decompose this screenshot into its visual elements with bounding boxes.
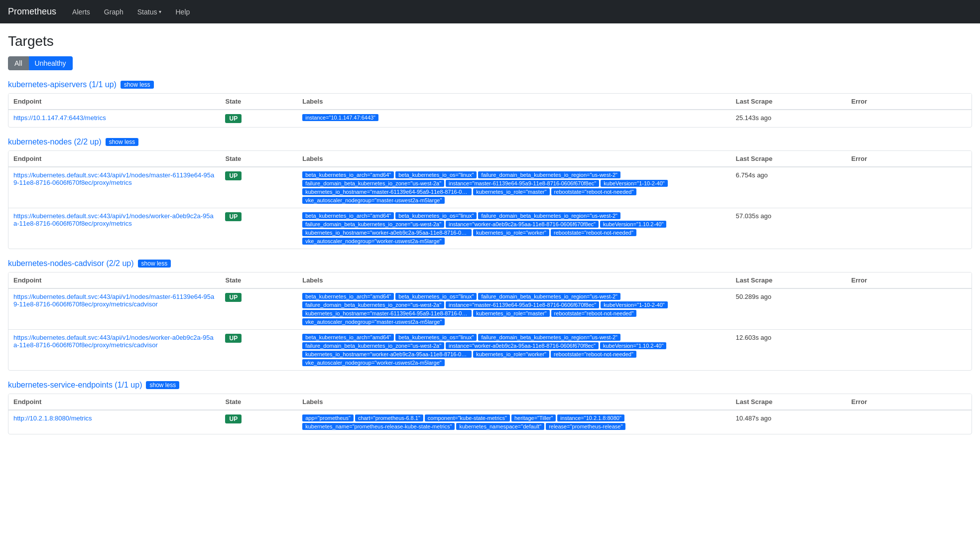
error-cell [847,410,972,434]
table-row: https://kubernetes.default.svc:443/api/v… [8,288,972,330]
section-header-kubernetes-nodes: kubernetes-nodes (2/2 up)show less [8,137,972,146]
label-tag: failure_domain_beta_kubernetes_io_region… [478,334,620,341]
label-tag: vke_autoscaler_nodegroup="worker-uswest2… [302,359,445,366]
col-header-endpoint: Endpoint [8,151,220,167]
label-tag: rebootstate="reboot-not-needed" [551,188,637,195]
label-tag: kubeVersion="1.10.2-40" [600,342,666,349]
col-header-endpoint: Endpoint [8,394,220,410]
show-less-button-kubernetes-nodes-cadvisor[interactable]: show less [138,260,171,268]
endpoint-link[interactable]: https://kubernetes.default.svc:443/api/v… [13,293,214,308]
section-header-kubernetes-nodes-cadvisor: kubernetes-nodes-cadvisor (2/2 up)show l… [8,259,972,268]
label-tag: component="kube-state-metrics" [425,414,510,421]
col-header-state: State [220,94,297,110]
last-scrape: 50.289s ago [731,288,846,330]
col-header-labels: Labels [297,273,731,288]
show-less-button-kubernetes-service-endpoints[interactable]: show less [146,381,179,389]
nav-items: Alerts Graph Status ▾ Help [66,4,196,20]
endpoint-link[interactable]: https://kubernetes.default.svc:443/api/v… [13,171,214,186]
label-tag: failure_domain_beta_kubernetes_io_zone="… [302,221,444,228]
last-scrape: 10.487s ago [731,410,846,434]
label-tag: vke_autoscaler_nodegroup="master-uswest2… [302,318,445,325]
label-tag: rebootstate="reboot-not-needed" [551,351,636,358]
label-tag: failure_domain_beta_kubernetes_io_region… [478,212,620,219]
show-less-button-kubernetes-nodes[interactable]: show less [106,138,139,146]
col-header-last-scrape: Last Scrape [731,273,846,288]
section-header-kubernetes-apiservers: kubernetes-apiservers (1/1 up)show less [8,80,972,89]
table-kubernetes-nodes: EndpointStateLabelsLast ScrapeErrorhttps… [8,151,972,249]
col-header-endpoint: Endpoint [8,273,220,288]
endpoint-link[interactable]: https://kubernetes.default.svc:443/api/v… [13,212,214,227]
filter-all-button[interactable]: All [8,56,29,70]
col-header-error: Error [847,151,972,167]
sections-container: kubernetes-apiservers (1/1 up)show lessE… [8,80,972,434]
main-content: Targets All Unhealthy kubernetes-apiserv… [0,23,980,444]
last-scrape: 12.603s ago [731,330,846,371]
table-row: https://kubernetes.default.svc:443/api/v… [8,330,972,371]
label-tag: beta_kubernetes_io_os="linux" [395,171,477,178]
label-tag: instance="10.2.1.8:8080" [557,414,624,421]
col-header-last-scrape: Last Scrape [731,394,846,410]
nav-alerts[interactable]: Alerts [66,4,96,20]
state-badge: UP [225,212,242,221]
filter-unhealthy-button[interactable]: Unhealthy [29,56,73,70]
section-title-kubernetes-nodes: kubernetes-nodes (2/2 up) [8,137,102,146]
col-header-state: State [220,273,297,288]
label-tag: kubeVersion="1-10-2-40" [601,301,667,308]
label-tag: beta_kubernetes_io_arch="amd64" [302,171,394,178]
label-tag: kubernetes_io_hostname="master-61139e64-… [302,188,472,195]
col-header-error: Error [847,273,972,288]
label-tag: failure_domain_beta_kubernetes_io_region… [478,171,620,178]
col-header-error: Error [847,394,972,410]
label-tag: instance="worker-a0eb9c2a-95aa-11e8-8716… [446,221,599,228]
label-tag: release="prometheus-release" [546,423,625,430]
label-tag: kubernetes_io_hostname="worker-a0eb9c2a-… [302,229,472,236]
col-header-labels: Labels [297,151,731,167]
labels-container: beta_kubernetes_io_arch="amd64"beta_kube… [302,171,726,204]
last-scrape: 25.143s ago [731,110,846,127]
page-title: Targets [8,33,972,49]
label-tag: failure_domain_beta_kubernetes_io_zone="… [302,301,444,308]
label-tag: instance="master-61139e64-95a9-11e8-8716… [446,301,599,308]
labels-container: instance="10.1.147.47:6443" [302,114,726,121]
last-scrape: 57.035s ago [731,208,846,249]
navbar-brand[interactable]: Prometheus [8,6,56,17]
col-header-state: State [220,394,297,410]
label-tag: kubernetes_io_hostname="master-61139e64-… [302,310,472,317]
label-tag: failure_domain_beta_kubernetes_io_zone="… [302,180,444,187]
label-tag: beta_kubernetes_io_arch="amd64" [302,334,394,341]
table-wrapper-kubernetes-service-endpoints: EndpointStateLabelsLast ScrapeErrorhttp:… [8,394,972,434]
col-header-state: State [220,151,297,167]
label-tag: instance="master-61139e64-95a9-11e8-8716… [446,180,599,187]
labels-container: beta_kubernetes_io_arch="amd64"beta_kube… [302,212,726,245]
endpoint-link[interactable]: https://10.1.147.47:6443/metrics [13,114,106,122]
section-title-kubernetes-nodes-cadvisor: kubernetes-nodes-cadvisor (2/2 up) [8,259,134,268]
state-badge: UP [225,293,242,302]
label-tag: failure_domain_beta_kubernetes_io_region… [478,293,620,300]
nav-graph[interactable]: Graph [98,4,129,20]
table-row: https://kubernetes.default.svc:443/api/v… [8,208,972,249]
col-header-last-scrape: Last Scrape [731,151,846,167]
state-badge: UP [225,334,242,343]
show-less-button-kubernetes-apiservers[interactable]: show less [121,81,154,89]
label-tag: kubeVersion="1-10-2-40" [601,180,667,187]
label-tag: vke_autoscaler_nodegroup="worker-uswest2… [302,238,445,245]
error-cell [847,288,972,330]
error-cell [847,167,972,208]
col-header-labels: Labels [297,394,731,410]
col-header-error: Error [847,94,972,110]
table-wrapper-kubernetes-nodes: EndpointStateLabelsLast ScrapeErrorhttps… [8,150,972,249]
label-tag: kubernetes_io_role="master" [473,188,549,195]
label-tag: kubernetes_io_hostname="worker-a0eb9c2a-… [302,351,472,358]
label-tag: instance="worker-a0eb9c2a-95aa-11e8-8716… [446,342,599,349]
endpoint-link[interactable]: https://kubernetes.default.svc:443/api/v… [13,334,214,349]
endpoint-link[interactable]: http://10.2.1.8:8080/metrics [13,414,92,422]
table-kubernetes-apiservers: EndpointStateLabelsLast ScrapeErrorhttps… [8,94,972,127]
filter-buttons: All Unhealthy [8,56,972,70]
nav-status[interactable]: Status ▾ [131,4,168,20]
nav-help[interactable]: Help [169,4,196,20]
navbar: Prometheus Alerts Graph Status ▾ Help [0,0,980,23]
label-tag: kubernetes_io_role="worker" [473,229,549,236]
table-wrapper-kubernetes-nodes-cadvisor: EndpointStateLabelsLast ScrapeErrorhttps… [8,272,972,371]
table-row: http://10.2.1.8:8080/metricsUPapp="prome… [8,410,972,434]
label-tag: beta_kubernetes_io_os="linux" [395,212,477,219]
